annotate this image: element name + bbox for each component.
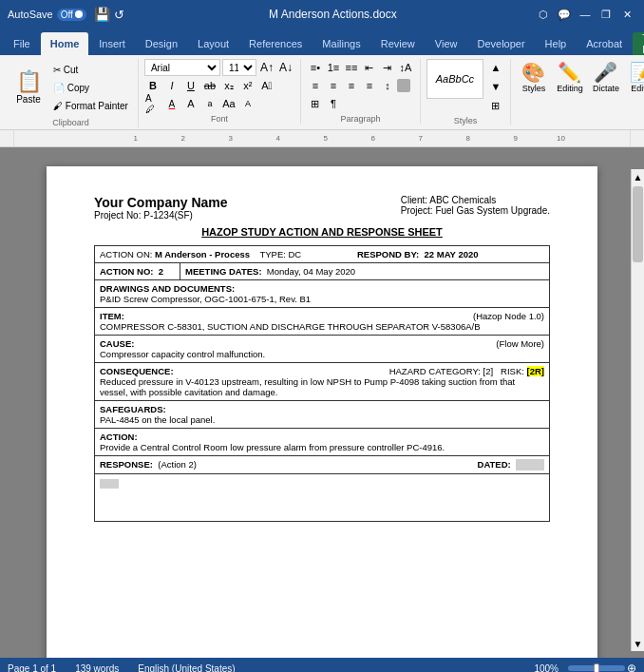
increase-font-button[interactable]: A↑: [258, 59, 275, 76]
italic-button[interactable]: I: [163, 77, 180, 94]
tab-developer[interactable]: Developer: [467, 32, 534, 55]
line-spacing-button[interactable]: ↕: [379, 77, 396, 94]
strikethrough-button[interactable]: ab: [201, 77, 218, 94]
tab-design[interactable]: Design: [136, 32, 187, 55]
word-count: 139 words: [75, 663, 119, 673]
copy-button[interactable]: 📄 Copy: [49, 79, 132, 96]
text-highlight-button[interactable]: A🖊: [144, 95, 161, 112]
ribbon-content: 📋 Paste ✂ Cut 📄 Copy 🖌 Format Painter Cl…: [0, 55, 644, 130]
align-left-button[interactable]: ≡: [307, 77, 324, 94]
refresh-icon[interactable]: ↺: [114, 8, 124, 22]
tab-references[interactable]: References: [239, 32, 312, 55]
case-button[interactable]: Aa: [220, 95, 237, 112]
tab-acrobat[interactable]: Acrobat: [577, 32, 632, 55]
editing-icon: ✏️: [558, 61, 581, 84]
restore-button[interactable]: ❐: [597, 5, 616, 24]
numbering-button[interactable]: 1≡: [325, 59, 342, 76]
autosave-state: Off: [61, 10, 73, 20]
cause-value: Compressor capacity control malfunction.: [100, 349, 265, 359]
cut-button[interactable]: ✂ Cut: [49, 61, 132, 78]
table-row-consequence: CONSEQUENCE: HAZARD CATEGORY: [2] RISK: …: [95, 363, 550, 401]
styles-preview[interactable]: AaBbCc: [426, 59, 483, 99]
document-container: Your Company Name Project No: P-1234(SF)…: [0, 147, 644, 658]
styles-up-button[interactable]: ▲: [487, 59, 504, 76]
align-right-button[interactable]: ≡: [343, 77, 360, 94]
save-icon[interactable]: 💾: [94, 7, 110, 22]
editor-icon: 📝: [630, 61, 644, 84]
font-size-large[interactable]: A: [182, 95, 199, 112]
editing-group-label: [587, 97, 590, 106]
vertical-scrollbar[interactable]: ▲ ▼: [631, 169, 644, 651]
tab-file[interactable]: File: [4, 32, 40, 55]
sort-button[interactable]: ↕A: [397, 59, 414, 76]
document-page: Your Company Name Project No: P-1234(SF)…: [47, 166, 597, 658]
response-paren: (Action 2): [158, 459, 197, 470]
align-center-button[interactable]: ≡: [325, 77, 342, 94]
underline-button[interactable]: U: [182, 77, 199, 94]
subscript-button[interactable]: x₂: [220, 77, 237, 94]
font-size-small[interactable]: a: [201, 95, 218, 112]
zoom-slider[interactable]: [568, 665, 625, 671]
tab-view[interactable]: View: [426, 32, 467, 55]
table-row-response: RESPONSE: (Action 2) DATED:: [95, 456, 550, 474]
tab-mailings[interactable]: Mailings: [313, 32, 369, 55]
font-format-row: B I U ab x₂ x² A⃥: [144, 77, 294, 94]
scroll-down-button[interactable]: ▼: [632, 636, 644, 651]
bullets-button[interactable]: ≡•: [307, 59, 324, 76]
status-bar: Page 1 of 1 139 words English (United St…: [0, 658, 644, 672]
decrease-font-button[interactable]: A↓: [277, 59, 294, 76]
close-button[interactable]: ✕: [617, 5, 636, 24]
editor-button[interactable]: 📝 Editor: [625, 59, 644, 95]
tab-insert[interactable]: Insert: [89, 32, 135, 55]
type-label: TYPE: DC: [259, 249, 301, 259]
cause-label: CAUSE:: [100, 338, 134, 349]
styles-down-button[interactable]: ▼: [487, 78, 504, 95]
bold-button[interactable]: B: [144, 77, 161, 94]
increase-indent-button[interactable]: ⇥: [379, 59, 396, 76]
styles-btn2[interactable]: 🎨 Styles: [517, 59, 551, 95]
hazop-node: (Hazop Node 1.0): [473, 311, 544, 321]
multilevel-button[interactable]: ≡≡: [343, 59, 360, 76]
comments-icon[interactable]: 💬: [555, 5, 574, 24]
scroll-thumb[interactable]: [633, 186, 643, 262]
tab-home[interactable]: Home: [41, 32, 89, 55]
font-name-select[interactable]: Arial: [144, 59, 220, 76]
format-painter-button[interactable]: 🖌 Format Painter: [49, 97, 132, 114]
dated-value-box: [516, 459, 544, 470]
zoom-in-button[interactable]: ⊕: [627, 662, 636, 672]
justify-button[interactable]: ≡: [361, 77, 378, 94]
font-content: Arial 11 A↑ A↓ B I U ab x₂ x² A⃥: [144, 59, 294, 112]
editing-button[interactable]: ✏️ Editing: [553, 59, 587, 95]
tab-review[interactable]: Review: [371, 32, 425, 55]
drawings-value: P&ID Screw Compressor, OGC-1001-675-1, R…: [100, 294, 311, 304]
autosave-toggle[interactable]: Off: [57, 9, 86, 21]
status-bar-right: 100% ⊕: [534, 662, 636, 672]
borders-button[interactable]: ⊞: [307, 95, 324, 112]
item-label: ITEM:: [100, 311, 124, 321]
paste-button[interactable]: 📋 Paste: [9, 59, 47, 116]
dictate-icon: 🎤: [594, 61, 617, 84]
text-color-button[interactable]: A: [163, 95, 180, 112]
action-on-value: M Anderson - Process: [155, 249, 250, 259]
dictate-button[interactable]: 🎤 Dictate: [589, 59, 623, 95]
case-button2[interactable]: A: [239, 95, 256, 112]
scroll-up-button[interactable]: ▲: [632, 169, 644, 184]
styles-label: Styles: [454, 116, 478, 125]
share-icon[interactable]: ⬡: [534, 5, 553, 24]
tab-layout[interactable]: Layout: [188, 32, 238, 55]
minimize-button[interactable]: —: [576, 5, 595, 24]
table-row-action-no: ACTION NO: 2 MEETING DATES: Monday, 04 M…: [95, 263, 550, 280]
pilcrow-button[interactable]: ¶: [325, 95, 342, 112]
shading-button[interactable]: [397, 79, 410, 92]
clipboard-group: 📋 Paste ✂ Cut 📄 Copy 🖌 Format Painter Cl…: [4, 59, 139, 127]
clear-format-button[interactable]: A⃥: [258, 77, 275, 94]
tab-help[interactable]: Help: [536, 32, 577, 55]
decrease-indent-button[interactable]: ⇤: [361, 59, 378, 76]
font-size-select[interactable]: 11: [222, 59, 256, 76]
tab-table-design[interactable]: Table Design: [633, 32, 644, 55]
dated-cell: DATED:: [352, 456, 550, 474]
styles-more-button[interactable]: ⊞: [487, 97, 504, 114]
document-title: M Anderson Actions.docx: [132, 8, 534, 21]
main-table: ACTION ON: M Anderson - Process TYPE: DC…: [94, 245, 550, 522]
superscript-button[interactable]: x²: [239, 77, 256, 94]
